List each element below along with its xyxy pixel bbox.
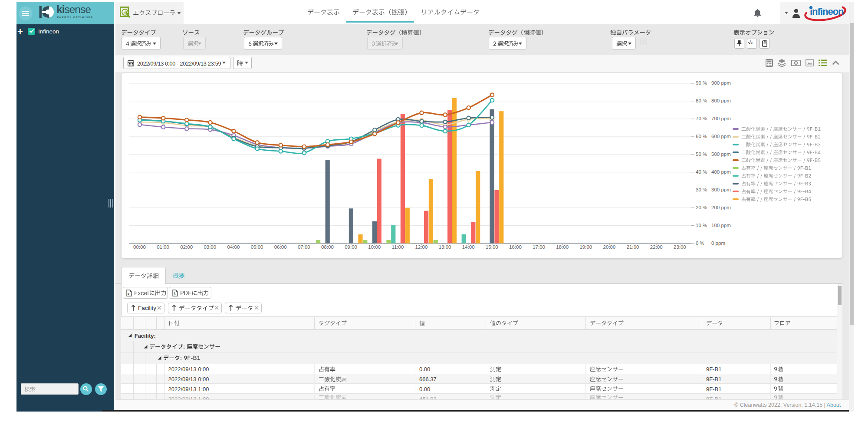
svg-text:x: x [128, 291, 130, 296]
svg-text:λ: λ [174, 291, 176, 296]
